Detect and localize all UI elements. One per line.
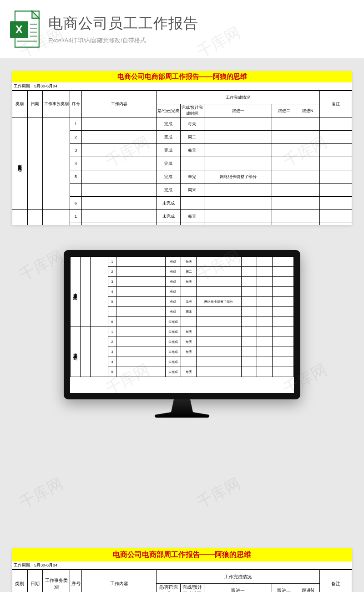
col-date: 日期 (27, 91, 43, 117)
report-table-monitor: 本周主要工作总结1完成每天 2完成周二 3完成每天 4完成 5完成未完网络很卡调… (70, 256, 294, 377)
preview-panel-bottom: 电商公司电商部周工作报告——阿狼的思维 工作周期：5月30-6月04 类别 日期… (12, 548, 352, 592)
work-period: 工作周期：5月30-6月04 (12, 82, 352, 91)
page-title: 电商公司员工工作报告 (48, 14, 354, 34)
monitor-preview: 本周主要工作总结1完成每天 2完成周二 3完成每天 4完成 5完成未完网络很卡调… (0, 250, 364, 418)
section-next-week: 下周 (17, 224, 23, 225)
page-subtitle: Excel/A4打印/内容随意修改/自带格式 (48, 36, 354, 45)
monitor-screen: 本周主要工作总结1完成每天 2完成周二 3完成每天 4完成 5完成未完网络很卡调… (70, 256, 294, 393)
page-header: X 电商公司员工工作报告 Excel/A4打印/内容随意修改/自带格式 (0, 0, 364, 58)
col-status-group: 工作完成情况 (157, 91, 320, 104)
table-row: 本周主要工作总结1完成每天 (71, 257, 294, 267)
section-this-week: 本周主要工作总结 (17, 161, 23, 165)
table-row: 本周主要工作总结 1 完成 每天 (12, 117, 352, 131)
table-header-row: 类别 日期 工作事务类别 序号 工作内容 工作完成情况 备注 (12, 91, 352, 104)
svg-text:X: X (15, 23, 23, 36)
col-done: 是/否已完成 (157, 104, 180, 117)
preview-panel-top: 电商公司电商部周工作报告——阿狼的思维 工作周期：5月30-6月04 类别 日期… (12, 71, 352, 225)
monitor-stand (155, 399, 209, 418)
report-table-bottom: 类别 日期 工作事务类别 序号 工作内容 工作完成情况 备注 是/否已完成 完成… (12, 570, 352, 592)
table-row: 下周 1未完成每天 (12, 210, 352, 223)
excel-icon: X (10, 10, 40, 48)
col-task-type: 工作事务类别 (43, 91, 70, 117)
col-follow1: 跟进一 (204, 104, 272, 117)
report-table: 类别 日期 工作事务类别 序号 工作内容 工作完成情况 备注 是/否已完成 完成… (12, 91, 352, 225)
col-follow2: 跟进二 (272, 104, 296, 117)
col-category: 类别 (12, 91, 28, 117)
sheet-title: 电商公司电商部周工作报告——阿狼的思维 (12, 71, 352, 82)
watermark: 千库网 (16, 473, 67, 514)
col-remark: 备注 (319, 91, 352, 117)
col-content: 工作内容 (82, 91, 157, 117)
col-seq: 序号 (70, 91, 81, 117)
watermark: 千库网 (193, 473, 244, 514)
monitor-bezel: 本周主要工作总结1完成每天 2完成周二 3完成每天 4完成 5完成未完网络很卡调… (64, 250, 300, 399)
work-period-bottom: 工作周期：5月30-6月04 (12, 561, 352, 570)
table-row: 下周主要工作计划1未完成每天 (71, 327, 294, 337)
col-done-time: 完成/预计完成时间 (180, 104, 204, 117)
sheet-title-bottom: 电商公司电商部周工作报告——阿狼的思维 (12, 548, 352, 561)
col-followN: 跟进N (296, 104, 319, 117)
